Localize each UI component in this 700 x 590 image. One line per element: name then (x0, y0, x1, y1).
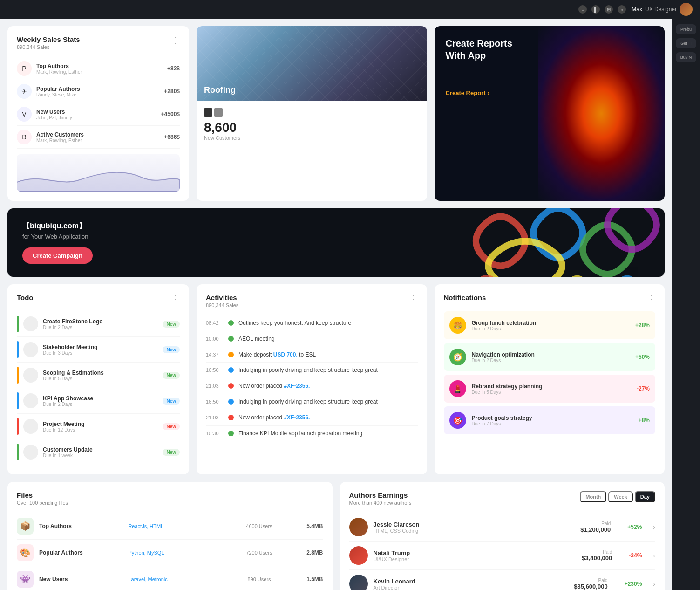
activity-text: Outlines keep you honest. And keep struc… (238, 319, 351, 327)
todo-item[interactable]: Stakeholder Meeting Due In 3 Days New (17, 337, 180, 363)
nc-number: 8,600 (204, 120, 420, 135)
svg-text:0: 0 (566, 267, 588, 277)
activity-link[interactable]: USD 700. (273, 351, 298, 358)
file-users: 7200 Users (217, 550, 301, 556)
author-item: Jessie Clarcson HTML, CSS Coding Paid $1… (349, 513, 656, 542)
todo-item[interactable]: Create FireStone Logo Due In 2 Days New (17, 311, 180, 337)
author-detail-arrow[interactable]: › (653, 580, 655, 588)
weekly-sales-menu[interactable]: ⋮ (171, 35, 180, 46)
activities-card: Activities 890,344 Sales ⋮ 08:42 Outline… (197, 284, 427, 474)
author-info: Jessie Clarcson HTML, CSS Coding (374, 521, 575, 534)
sidebar-btn-prebu[interactable]: Prebu (676, 24, 696, 34)
user-name: Max (632, 6, 642, 13)
activity-item: 10:30 Finance KPI Mobile app launch prep… (206, 426, 418, 442)
activity-text: Make deposit USD 700. to ESL (238, 351, 316, 359)
file-size: 1.5MB (306, 576, 323, 583)
file-item[interactable]: 🎨 Popular Authors Python, MySQL 7200 Use… (17, 540, 323, 566)
activity-link[interactable]: #XF-2356. (284, 414, 310, 421)
author-change: -34% (629, 552, 642, 559)
avatar[interactable] (680, 3, 693, 16)
author-paid-value: $1,200,000 (580, 526, 611, 533)
author-detail-arrow[interactable]: › (653, 523, 655, 531)
activities-menu[interactable]: ⋮ (409, 294, 418, 304)
todo-item[interactable]: KPI App Showcase Due In 2 Days New (17, 388, 180, 414)
period-month-tab[interactable]: Month (580, 491, 606, 502)
notification-item[interactable]: 🎯 Product goals strategy Due in 7 Days +… (444, 406, 656, 434)
notifications-header: Notifications ⋮ (444, 294, 656, 304)
topbar: ○ ▌ ⊞ ☼ Max UX Designer (0, 0, 700, 19)
file-item[interactable]: 👾 New Users Laravel, Metronic 890 Users … (17, 566, 323, 590)
stat-item: P Top Authors Mark, Rowling, Esther +82$ (17, 57, 180, 80)
author-paid-value: $3,400,000 (582, 555, 612, 562)
reports-content: Create ReportsWith App Create Report › (446, 37, 654, 96)
right-sidebar: Prebu Get H Buy N (672, 19, 700, 590)
notification-value: +50% (635, 354, 650, 360)
weekly-sales-card: Weekly Sales Stats 890,344 Sales ⋮ P Top… (7, 26, 189, 201)
sidebar-btn-geth[interactable]: Get H (676, 38, 696, 48)
file-item[interactable]: 📦 Top Authors ReactJs, HTML 4600 Users 5… (17, 513, 323, 540)
activities-header: Activities 890,344 Sales ⋮ (206, 294, 418, 308)
author-avatar (349, 546, 368, 565)
todo-item[interactable]: Customers Update Due In 1 week New (17, 439, 180, 465)
todo-badge: New (163, 321, 180, 328)
notification-item[interactable]: 💄 Rebrand strategy planning Due in 5 Day… (444, 375, 656, 403)
todo-avatar (23, 342, 38, 357)
notifications-menu[interactable]: ⋮ (647, 294, 655, 304)
file-users: 890 Users (217, 576, 301, 582)
topbar-icons: ○ ▌ ⊞ ☼ (578, 5, 626, 14)
todo-menu[interactable]: ⋮ (171, 294, 180, 304)
search-icon[interactable]: ○ (578, 5, 587, 14)
file-size: 5.4MB (306, 523, 323, 529)
notification-item[interactable]: 🧭 Navigation optimization Due in 2 Days … (444, 343, 656, 371)
todo-item[interactable]: Scoping & Estimations Due In 5 Days New (17, 363, 180, 388)
sidebar-btn-buyn[interactable]: Buy N (676, 52, 696, 62)
campaign-content: 【biqubiqu.com】 for Your Web Application … (22, 221, 93, 264)
stat-item: V New Users John, Pat, Jimmy +4500$ (17, 103, 180, 126)
roofing-image: Roofing (197, 26, 427, 101)
activity-item: 14:37 Make deposit USD 700. to ESL (206, 347, 418, 363)
reports-title: Create ReportsWith App (446, 37, 654, 62)
stat-item: ✈ Popular Authors Randy, Steve, Mike +28… (17, 80, 180, 103)
create-campaign-button[interactable]: Create Campaign (22, 247, 93, 264)
activity-item: 16:50 Indulging in poorly driving and ke… (206, 394, 418, 410)
activity-link[interactable]: #XF-2356. (284, 383, 310, 389)
files-menu[interactable]: ⋮ (315, 491, 323, 501)
activity-text: Finance KPI Mobile app launch preparion … (238, 430, 362, 438)
create-report-link[interactable]: Create Report › (446, 89, 654, 96)
notif-items: 🍔 Group lunch celebration Due in 2 Days … (444, 311, 656, 434)
file-size: 2.8MB (306, 549, 323, 556)
activity-items: 08:42 Outlines keep you honest. And keep… (206, 316, 418, 441)
authors-earnings-card: Authors Earnings More than 400 new autho… (340, 482, 665, 590)
files-title: Files (17, 491, 68, 499)
activity-dot (228, 399, 234, 405)
author-detail-arrow[interactable]: › (653, 552, 655, 559)
author-avatar (349, 575, 368, 590)
todo-badge: New (163, 346, 180, 353)
todo-priority-dot (17, 392, 19, 409)
author-items: Jessie Clarcson HTML, CSS Coding Paid $1… (349, 513, 656, 590)
activity-text: New order placed #XF-2356. (238, 414, 310, 422)
chart-area (17, 154, 180, 192)
grid-icon[interactable]: ⊞ (605, 5, 613, 14)
todo-item[interactable]: Project Meeting Due In 12 Days New (17, 414, 180, 439)
stat-icon: ✈ (17, 84, 32, 99)
notification-info: Group lunch celebration Due in 2 Days (472, 320, 630, 331)
settings-icon[interactable]: ☼ (618, 5, 626, 14)
period-day-tab[interactable]: Day (635, 491, 655, 502)
authors-earnings-subtitle: More than 400 new authors (349, 500, 412, 506)
todo-info: Stakeholder Meeting Due In 3 Days (43, 344, 158, 356)
notification-item[interactable]: 🍔 Group lunch celebration Due in 2 Days … (444, 311, 656, 339)
author-info: Natali Trump UI/UX Designer (374, 549, 577, 562)
author-change: +230% (625, 581, 642, 587)
todo-priority-dot (17, 316, 19, 332)
author-change: +52% (627, 524, 642, 530)
weekly-sales-subtitle: 890,344 Sales (17, 44, 80, 50)
weekly-sales-title: Weekly Sales Stats (17, 35, 80, 43)
file-name: Top Authors (39, 523, 122, 529)
notification-value: -27% (637, 385, 650, 392)
todo-priority-dot (17, 418, 19, 435)
activity-dot (228, 367, 234, 373)
notification-info: Navigation optimization Due in 2 Days (472, 351, 630, 363)
period-tabs: Month Week Day (580, 491, 655, 502)
period-week-tab[interactable]: Week (608, 491, 633, 502)
